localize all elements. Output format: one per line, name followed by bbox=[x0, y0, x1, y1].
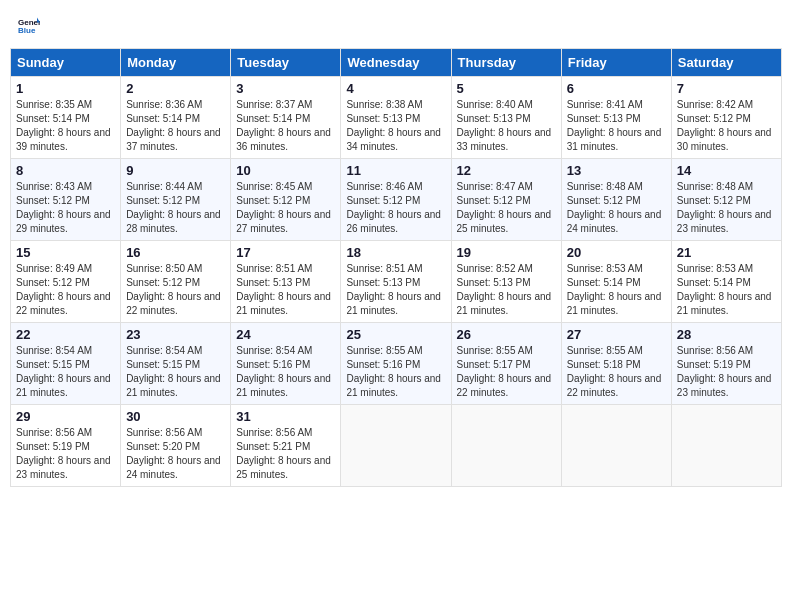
day-number: 12 bbox=[457, 163, 556, 178]
day-number: 2 bbox=[126, 81, 225, 96]
day-number: 16 bbox=[126, 245, 225, 260]
cell-text: Sunrise: 8:49 AMSunset: 5:12 PMDaylight:… bbox=[16, 262, 115, 318]
cell-text: Sunrise: 8:55 AMSunset: 5:16 PMDaylight:… bbox=[346, 344, 445, 400]
calendar-day-7: 7Sunrise: 8:42 AMSunset: 5:12 PMDaylight… bbox=[671, 77, 781, 159]
calendar-table: SundayMondayTuesdayWednesdayThursdayFrid… bbox=[10, 48, 782, 487]
day-number: 14 bbox=[677, 163, 776, 178]
cell-text: Sunrise: 8:36 AMSunset: 5:14 PMDaylight:… bbox=[126, 98, 225, 154]
day-number: 7 bbox=[677, 81, 776, 96]
cell-text: Sunrise: 8:54 AMSunset: 5:15 PMDaylight:… bbox=[126, 344, 225, 400]
day-number: 5 bbox=[457, 81, 556, 96]
cell-text: Sunrise: 8:43 AMSunset: 5:12 PMDaylight:… bbox=[16, 180, 115, 236]
day-number: 26 bbox=[457, 327, 556, 342]
empty-cell bbox=[341, 405, 451, 487]
day-number: 18 bbox=[346, 245, 445, 260]
calendar-week-row: 29Sunrise: 8:56 AMSunset: 5:19 PMDayligh… bbox=[11, 405, 782, 487]
cell-text: Sunrise: 8:56 AMSunset: 5:20 PMDaylight:… bbox=[126, 426, 225, 482]
calendar-day-21: 21Sunrise: 8:53 AMSunset: 5:14 PMDayligh… bbox=[671, 241, 781, 323]
calendar-day-22: 22Sunrise: 8:54 AMSunset: 5:15 PMDayligh… bbox=[11, 323, 121, 405]
svg-text:Blue: Blue bbox=[18, 26, 36, 35]
day-header-tuesday: Tuesday bbox=[231, 49, 341, 77]
calendar-day-4: 4Sunrise: 8:38 AMSunset: 5:13 PMDaylight… bbox=[341, 77, 451, 159]
cell-text: Sunrise: 8:41 AMSunset: 5:13 PMDaylight:… bbox=[567, 98, 666, 154]
day-number: 4 bbox=[346, 81, 445, 96]
calendar-day-19: 19Sunrise: 8:52 AMSunset: 5:13 PMDayligh… bbox=[451, 241, 561, 323]
day-number: 23 bbox=[126, 327, 225, 342]
day-number: 13 bbox=[567, 163, 666, 178]
calendar-day-13: 13Sunrise: 8:48 AMSunset: 5:12 PMDayligh… bbox=[561, 159, 671, 241]
calendar-day-15: 15Sunrise: 8:49 AMSunset: 5:12 PMDayligh… bbox=[11, 241, 121, 323]
day-number: 30 bbox=[126, 409, 225, 424]
day-number: 10 bbox=[236, 163, 335, 178]
calendar-day-18: 18Sunrise: 8:51 AMSunset: 5:13 PMDayligh… bbox=[341, 241, 451, 323]
cell-text: Sunrise: 8:45 AMSunset: 5:12 PMDaylight:… bbox=[236, 180, 335, 236]
calendar-day-25: 25Sunrise: 8:55 AMSunset: 5:16 PMDayligh… bbox=[341, 323, 451, 405]
cell-text: Sunrise: 8:40 AMSunset: 5:13 PMDaylight:… bbox=[457, 98, 556, 154]
cell-text: Sunrise: 8:37 AMSunset: 5:14 PMDaylight:… bbox=[236, 98, 335, 154]
calendar-day-17: 17Sunrise: 8:51 AMSunset: 5:13 PMDayligh… bbox=[231, 241, 341, 323]
cell-text: Sunrise: 8:35 AMSunset: 5:14 PMDaylight:… bbox=[16, 98, 115, 154]
day-number: 20 bbox=[567, 245, 666, 260]
empty-cell bbox=[451, 405, 561, 487]
cell-text: Sunrise: 8:55 AMSunset: 5:17 PMDaylight:… bbox=[457, 344, 556, 400]
calendar-day-8: 8Sunrise: 8:43 AMSunset: 5:12 PMDaylight… bbox=[11, 159, 121, 241]
logo: General Blue bbox=[18, 14, 40, 36]
calendar-day-30: 30Sunrise: 8:56 AMSunset: 5:20 PMDayligh… bbox=[121, 405, 231, 487]
day-number: 31 bbox=[236, 409, 335, 424]
calendar-day-31: 31Sunrise: 8:56 AMSunset: 5:21 PMDayligh… bbox=[231, 405, 341, 487]
day-header-sunday: Sunday bbox=[11, 49, 121, 77]
calendar-day-9: 9Sunrise: 8:44 AMSunset: 5:12 PMDaylight… bbox=[121, 159, 231, 241]
cell-text: Sunrise: 8:52 AMSunset: 5:13 PMDaylight:… bbox=[457, 262, 556, 318]
day-number: 19 bbox=[457, 245, 556, 260]
day-number: 25 bbox=[346, 327, 445, 342]
cell-text: Sunrise: 8:56 AMSunset: 5:19 PMDaylight:… bbox=[677, 344, 776, 400]
day-header-monday: Monday bbox=[121, 49, 231, 77]
day-number: 22 bbox=[16, 327, 115, 342]
day-header-wednesday: Wednesday bbox=[341, 49, 451, 77]
day-number: 27 bbox=[567, 327, 666, 342]
cell-text: Sunrise: 8:54 AMSunset: 5:16 PMDaylight:… bbox=[236, 344, 335, 400]
calendar-week-row: 8Sunrise: 8:43 AMSunset: 5:12 PMDaylight… bbox=[11, 159, 782, 241]
calendar-week-row: 1Sunrise: 8:35 AMSunset: 5:14 PMDaylight… bbox=[11, 77, 782, 159]
day-number: 9 bbox=[126, 163, 225, 178]
day-number: 8 bbox=[16, 163, 115, 178]
day-header-saturday: Saturday bbox=[671, 49, 781, 77]
logo-icon: General Blue bbox=[18, 14, 40, 36]
day-number: 28 bbox=[677, 327, 776, 342]
cell-text: Sunrise: 8:55 AMSunset: 5:18 PMDaylight:… bbox=[567, 344, 666, 400]
cell-text: Sunrise: 8:51 AMSunset: 5:13 PMDaylight:… bbox=[236, 262, 335, 318]
day-header-friday: Friday bbox=[561, 49, 671, 77]
page-header: General Blue bbox=[10, 10, 782, 40]
calendar-day-24: 24Sunrise: 8:54 AMSunset: 5:16 PMDayligh… bbox=[231, 323, 341, 405]
day-number: 17 bbox=[236, 245, 335, 260]
calendar-header-row: SundayMondayTuesdayWednesdayThursdayFrid… bbox=[11, 49, 782, 77]
calendar-day-2: 2Sunrise: 8:36 AMSunset: 5:14 PMDaylight… bbox=[121, 77, 231, 159]
cell-text: Sunrise: 8:46 AMSunset: 5:12 PMDaylight:… bbox=[346, 180, 445, 236]
calendar-day-23: 23Sunrise: 8:54 AMSunset: 5:15 PMDayligh… bbox=[121, 323, 231, 405]
calendar-day-12: 12Sunrise: 8:47 AMSunset: 5:12 PMDayligh… bbox=[451, 159, 561, 241]
day-number: 6 bbox=[567, 81, 666, 96]
cell-text: Sunrise: 8:53 AMSunset: 5:14 PMDaylight:… bbox=[677, 262, 776, 318]
cell-text: Sunrise: 8:56 AMSunset: 5:21 PMDaylight:… bbox=[236, 426, 335, 482]
empty-cell bbox=[671, 405, 781, 487]
day-number: 29 bbox=[16, 409, 115, 424]
calendar-day-11: 11Sunrise: 8:46 AMSunset: 5:12 PMDayligh… bbox=[341, 159, 451, 241]
cell-text: Sunrise: 8:56 AMSunset: 5:19 PMDaylight:… bbox=[16, 426, 115, 482]
calendar-day-6: 6Sunrise: 8:41 AMSunset: 5:13 PMDaylight… bbox=[561, 77, 671, 159]
cell-text: Sunrise: 8:38 AMSunset: 5:13 PMDaylight:… bbox=[346, 98, 445, 154]
cell-text: Sunrise: 8:44 AMSunset: 5:12 PMDaylight:… bbox=[126, 180, 225, 236]
calendar-day-26: 26Sunrise: 8:55 AMSunset: 5:17 PMDayligh… bbox=[451, 323, 561, 405]
cell-text: Sunrise: 8:48 AMSunset: 5:12 PMDaylight:… bbox=[567, 180, 666, 236]
calendar-day-29: 29Sunrise: 8:56 AMSunset: 5:19 PMDayligh… bbox=[11, 405, 121, 487]
calendar-week-row: 15Sunrise: 8:49 AMSunset: 5:12 PMDayligh… bbox=[11, 241, 782, 323]
day-number: 3 bbox=[236, 81, 335, 96]
calendar-day-27: 27Sunrise: 8:55 AMSunset: 5:18 PMDayligh… bbox=[561, 323, 671, 405]
calendar-body: 1Sunrise: 8:35 AMSunset: 5:14 PMDaylight… bbox=[11, 77, 782, 487]
calendar-day-20: 20Sunrise: 8:53 AMSunset: 5:14 PMDayligh… bbox=[561, 241, 671, 323]
empty-cell bbox=[561, 405, 671, 487]
day-number: 21 bbox=[677, 245, 776, 260]
calendar-day-16: 16Sunrise: 8:50 AMSunset: 5:12 PMDayligh… bbox=[121, 241, 231, 323]
cell-text: Sunrise: 8:51 AMSunset: 5:13 PMDaylight:… bbox=[346, 262, 445, 318]
cell-text: Sunrise: 8:42 AMSunset: 5:12 PMDaylight:… bbox=[677, 98, 776, 154]
calendar-day-3: 3Sunrise: 8:37 AMSunset: 5:14 PMDaylight… bbox=[231, 77, 341, 159]
